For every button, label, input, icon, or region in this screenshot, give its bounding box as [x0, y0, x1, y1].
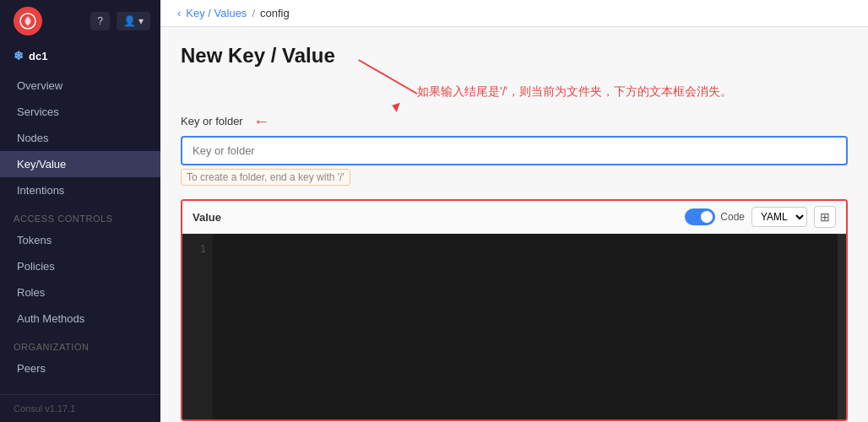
help-icon: ? — [97, 15, 103, 27]
sidebar-item-tokens[interactable]: Tokens — [0, 227, 160, 253]
scrollbar[interactable] — [838, 234, 846, 419]
line-numbers: 1 — [182, 234, 213, 419]
editor-content[interactable] — [213, 234, 846, 419]
sidebar-header: ? 👤 ▾ — [0, 0, 160, 42]
sidebar-item-policies[interactable]: Policies — [0, 253, 160, 279]
value-controls: Code YAML ⊞ — [685, 206, 836, 228]
value-header: Value Code YAML ⊞ — [182, 201, 846, 234]
annotation-container: 如果输入结尾是'/'，则当前为文件夹，下方的文本框会消失。 — [181, 84, 848, 105]
main-content: ‹ Key / Values / config New Key / Value … — [160, 0, 868, 422]
yaml-select[interactable]: YAML — [751, 207, 807, 227]
key-hint-text: To create a folder, end a key with '/' — [181, 169, 350, 186]
value-label: Value — [193, 211, 221, 224]
sidebar-item-roles[interactable]: Roles — [0, 279, 160, 306]
key-field-container: Key or folder ← To create a folder, end … — [181, 111, 848, 186]
key-input[interactable] — [181, 136, 848, 165]
grid-icon-button[interactable]: ⊞ — [814, 206, 836, 228]
sidebar: ? 👤 ▾ ❄ dc1 Overview Services Nodes Key/… — [0, 0, 160, 422]
chevron-down-icon: ▾ — [138, 15, 144, 27]
line-number-1: 1 — [200, 241, 206, 257]
sidebar-item-intentions[interactable]: Intentions — [0, 177, 160, 203]
sidebar-item-peers[interactable]: Peers — [0, 355, 160, 381]
code-toggle[interactable] — [685, 208, 715, 225]
app-logo — [14, 7, 42, 35]
help-button[interactable]: ? — [90, 12, 110, 30]
code-toggle-label: Code — [720, 211, 745, 223]
sidebar-item-overview[interactable]: Overview — [0, 73, 160, 99]
user-icon: 👤 — [123, 15, 136, 27]
access-controls-section-label: Access Controls — [0, 203, 160, 227]
breadcrumb-config: config — [260, 7, 290, 19]
version-label: Consul v1.17.1 — [0, 394, 160, 422]
breadcrumb-separator-1: / — [252, 7, 255, 19]
arrow-annotation-icon: ← — [253, 111, 270, 131]
grid-icon: ⊞ — [820, 210, 830, 224]
sidebar-nav: Overview Services Nodes Key/Value Intent… — [0, 66, 160, 394]
sidebar-item-key-value[interactable]: Key/Value — [0, 151, 160, 177]
sidebar-item-nodes[interactable]: Nodes — [0, 125, 160, 151]
key-label: Key or folder ← — [181, 111, 848, 131]
code-toggle-container[interactable]: Code — [685, 208, 745, 225]
snowflake-icon: ❄ — [14, 49, 24, 62]
organization-section-label: Organization — [0, 332, 160, 355]
dc-label: ❄ dc1 — [0, 42, 160, 66]
annotation-text: 如果输入结尾是'/'，则当前为文件夹，下方的文本框会消失。 — [417, 84, 732, 100]
content-area: New Key / Value 如果输入结尾是'/'，则当前为文件夹，下方的文本… — [160, 27, 868, 422]
breadcrumb: ‹ Key / Values / config — [160, 0, 868, 27]
code-editor[interactable]: 1 — [182, 234, 846, 419]
breadcrumb-back-icon: ‹ — [177, 7, 181, 19]
user-menu-button[interactable]: 👤 ▾ — [117, 12, 150, 30]
sidebar-item-services[interactable]: Services — [0, 99, 160, 125]
sidebar-item-auth-methods[interactable]: Auth Methods — [0, 306, 160, 332]
breadcrumb-key-values[interactable]: Key / Values — [186, 7, 247, 19]
value-section: Value Code YAML ⊞ 1 — [181, 199, 848, 421]
page-title: New Key / Value — [181, 44, 848, 68]
